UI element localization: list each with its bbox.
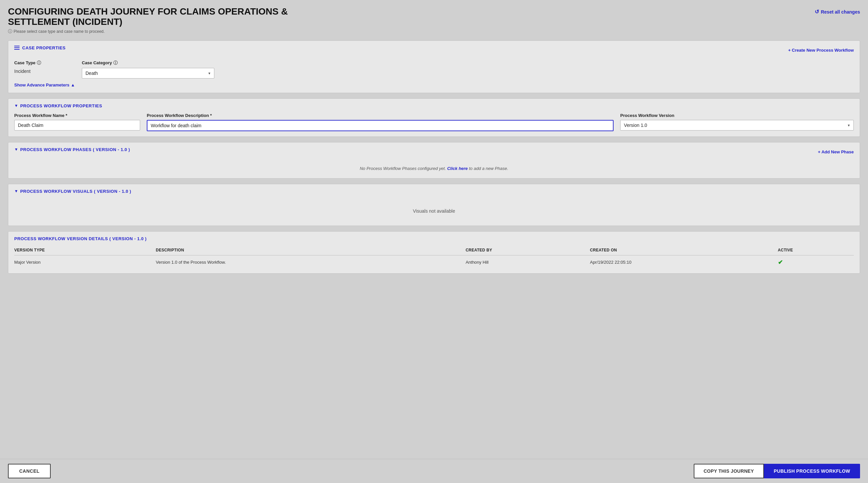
case-properties-header: CASE PROPERTIES + Create New Process Wor… xyxy=(14,45,854,55)
cell-active: ✔ xyxy=(778,255,854,268)
process-workflow-phases-card: ▼ PROCESS WORKFLOW PHASES ( VERSION - 1.… xyxy=(8,142,860,179)
pw-version-label: Process Workflow Version xyxy=(620,113,854,118)
publish-workflow-button[interactable]: PUBLISH PROCESS WORKFLOW xyxy=(764,464,860,478)
case-properties-section-title: CASE PROPERTIES xyxy=(22,45,66,50)
cell-description: Version 1.0 of the Process Workflow. xyxy=(156,255,465,268)
case-category-label: Case Category ⓘ xyxy=(82,60,214,66)
pw-name-group: Process Workflow Name * xyxy=(14,113,140,131)
footer-right-buttons: COPY THIS JOURNEY PUBLISH PROCESS WORKFL… xyxy=(694,464,860,478)
phases-title-group: ▼ PROCESS WORKFLOW PHASES ( VERSION - 1.… xyxy=(14,147,130,152)
pw-desc-group: Process Workflow Description * xyxy=(147,113,614,131)
pw-name-label: Process Workflow Name * xyxy=(14,113,140,118)
add-new-phase-link[interactable]: + Add New Phase xyxy=(818,150,854,154)
pw-name-input[interactable] xyxy=(14,120,140,131)
col-created-on: CREATED ON xyxy=(590,246,778,255)
visuals-header: ▼ PROCESS WORKFLOW VISUALS ( VERSION - 1… xyxy=(14,189,854,194)
col-description: DESCRIPTION xyxy=(156,246,465,255)
phases-empty-message: No Process Workflow Phases configured ye… xyxy=(14,161,854,173)
case-type-help-icon[interactable]: ⓘ xyxy=(37,60,41,66)
pw-version-group: Process Workflow Version Version 1.0 Ver… xyxy=(620,113,854,131)
col-created-by: CREATED BY xyxy=(465,246,590,255)
pw-desc-label: Process Workflow Description * xyxy=(147,113,614,118)
version-table: VERSION TYPE DESCRIPTION CREATED BY CREA… xyxy=(14,246,854,268)
info-icon: ⓘ xyxy=(8,29,12,34)
reset-label: Reset all changes xyxy=(821,9,860,14)
phases-section-title: PROCESS WORKFLOW PHASES ( VERSION - 1.0 … xyxy=(20,147,130,152)
cancel-button[interactable]: CANCEL xyxy=(8,464,51,478)
case-properties-form: Case Type ⓘ Incident Case Category ⓘ Dea… xyxy=(14,60,854,78)
svg-rect-1 xyxy=(14,47,20,48)
case-properties-card: CASE PROPERTIES + Create New Process Wor… xyxy=(8,40,860,93)
page-container: CONFIGURING DEATH JOURNEY FOR CLAIMS OPE… xyxy=(0,0,868,483)
visuals-collapse-icon: ▼ xyxy=(14,189,18,193)
version-details-card: PROCESS WORKFLOW VERSION DETAILS ( VERSI… xyxy=(8,231,860,273)
reset-changes-button[interactable]: ↺ Reset all changes xyxy=(815,9,860,15)
process-workflow-properties-card: ▼ PROCESS WORKFLOW PROPERTIES Process Wo… xyxy=(8,98,860,137)
pw-properties-title: PROCESS WORKFLOW PROPERTIES xyxy=(20,103,102,108)
case-category-select-wrapper: Death Illness Accident xyxy=(82,68,214,78)
svg-rect-0 xyxy=(14,46,20,46)
cell-created-on: Apr/19/2022 22:05:10 xyxy=(590,255,778,268)
cell-version-type: Major Version xyxy=(14,255,156,268)
col-active: ACTIVE xyxy=(778,246,854,255)
col-version-type: VERSION TYPE xyxy=(14,246,156,255)
pw-properties-header: ▼ PROCESS WORKFLOW PROPERTIES xyxy=(14,103,854,108)
phases-collapse-icon: ▼ xyxy=(14,147,18,152)
visuals-section-title: PROCESS WORKFLOW VISUALS ( VERSION - 1.0… xyxy=(20,189,131,194)
pw-desc-input[interactable] xyxy=(147,120,614,131)
case-properties-title-group: CASE PROPERTIES xyxy=(14,45,66,51)
phases-header-row: ▼ PROCESS WORKFLOW PHASES ( VERSION - 1.… xyxy=(14,147,854,157)
case-category-group: Case Category ⓘ Death Illness Accident xyxy=(82,60,214,78)
show-advance-parameters-button[interactable]: Show Advance Parameters ▲ xyxy=(14,83,854,88)
copy-journey-button[interactable]: COPY THIS JOURNEY xyxy=(694,464,764,478)
pw-properties-form: Process Workflow Name * Process Workflow… xyxy=(14,113,854,131)
page-title: CONFIGURING DEATH JOURNEY FOR CLAIMS OPE… xyxy=(8,7,306,27)
footer-bar: CANCEL COPY THIS JOURNEY PUBLISH PROCESS… xyxy=(0,459,868,483)
pw-version-select[interactable]: Version 1.0 Version 2.0 xyxy=(620,120,854,131)
header-row: CONFIGURING DEATH JOURNEY FOR CLAIMS OPE… xyxy=(8,7,860,27)
case-category-help-icon[interactable]: ⓘ xyxy=(113,60,118,66)
case-type-value: Incident xyxy=(14,68,74,74)
pw-version-select-wrapper: Version 1.0 Version 2.0 xyxy=(620,120,854,131)
version-details-title: PROCESS WORKFLOW VERSION DETAILS ( VERSI… xyxy=(14,236,854,241)
create-new-workflow-link[interactable]: + Create New Process Workflow xyxy=(788,48,854,53)
case-type-group: Case Type ⓘ Incident xyxy=(14,60,74,74)
case-category-select[interactable]: Death Illness Accident xyxy=(82,68,214,78)
svg-rect-2 xyxy=(14,49,20,50)
table-header-row: VERSION TYPE DESCRIPTION CREATED BY CREA… xyxy=(14,246,854,255)
collapse-arrow-icon: ▼ xyxy=(14,103,18,108)
active-checkmark-icon: ✔ xyxy=(778,259,783,266)
click-here-link[interactable]: Click here xyxy=(447,166,468,171)
table-row: Major Version Version 1.0 of the Process… xyxy=(14,255,854,268)
cell-created-by: Anthony Hill xyxy=(465,255,590,268)
case-type-label: Case Type ⓘ xyxy=(14,60,74,66)
advance-arrow-icon: ▲ xyxy=(70,83,75,88)
process-workflow-visuals-card: ▼ PROCESS WORKFLOW VISUALS ( VERSION - 1… xyxy=(8,184,860,226)
visuals-empty-message: Visuals not available xyxy=(14,198,854,220)
page-subtitle: ⓘ Please select case type and case name … xyxy=(8,29,860,34)
reset-icon: ↺ xyxy=(815,9,819,15)
lines-icon xyxy=(14,45,20,51)
